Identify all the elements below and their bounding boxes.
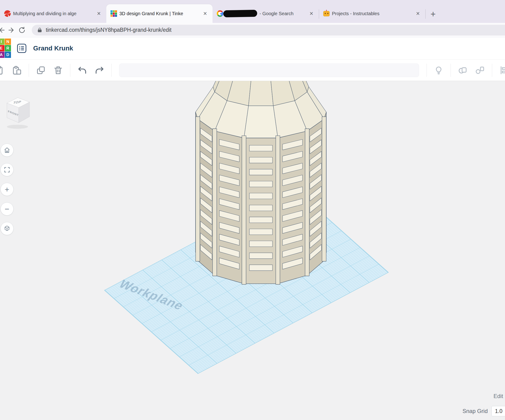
list-menu-icon xyxy=(17,44,27,53)
delete-icon[interactable] xyxy=(53,65,64,76)
tab-tinkercad-design[interactable]: 3D design Grand Krunk | Tinke × xyxy=(106,4,213,23)
tinkercad-logo-grid: T I N K E R C A D xyxy=(0,38,11,58)
toolbar-divider xyxy=(70,64,70,77)
logo-tile: R xyxy=(5,45,11,51)
perspective-cube-icon xyxy=(4,225,11,232)
edit-grid-button[interactable]: Edit xyxy=(493,393,503,400)
logo-tile: E xyxy=(0,45,4,51)
redo-icon[interactable] xyxy=(94,65,105,76)
view-controls: + − xyxy=(0,144,13,235)
redaction-bar xyxy=(223,10,257,18)
app-header: T I N K E R C A D Grand Krunk xyxy=(0,37,505,60)
new-tab-button[interactable]: + xyxy=(426,6,441,21)
copy-icon[interactable] xyxy=(0,65,5,76)
toolbar-divider xyxy=(451,64,451,77)
logo-tile: A xyxy=(0,52,4,58)
tinkercad-favicon-icon xyxy=(110,10,117,17)
close-icon[interactable]: × xyxy=(95,11,102,17)
logo-tile: D xyxy=(5,52,11,58)
snap-grid-select[interactable]: 1.0 xyxy=(492,406,505,416)
tinkercad-logo[interactable]: T I N K E R C A D xyxy=(0,38,12,59)
fit-view-icon xyxy=(4,166,11,173)
perspective-toggle-button[interactable] xyxy=(0,222,13,235)
browser-toolbar: tinkercad.com/things/jsNY8hpaBPH-grand-k… xyxy=(0,23,505,37)
back-icon[interactable] xyxy=(0,25,6,35)
tab-multiplying-dividing[interactable]: Multiplying and dividing in alge × xyxy=(0,4,106,23)
align-icon[interactable] xyxy=(499,65,505,76)
address-bar[interactable]: tinkercad.com/things/jsNY8hpaBPH-grand-k… xyxy=(32,25,505,36)
toolbar-divider xyxy=(29,64,29,77)
zoom-in-button[interactable]: + xyxy=(0,183,13,196)
logo-tile: I xyxy=(0,38,4,45)
instructables-favicon-icon xyxy=(323,11,330,16)
fit-view-button[interactable] xyxy=(0,163,13,176)
editor-toolbar xyxy=(0,60,505,81)
forward-icon[interactable] xyxy=(6,25,17,35)
scene-svg[interactable]: Workplane xyxy=(0,81,505,420)
group-icon[interactable] xyxy=(457,65,468,76)
3d-viewport[interactable]: Workplane TOP FRONT + − xyxy=(0,81,505,420)
undo-icon[interactable] xyxy=(77,65,88,76)
close-icon[interactable]: × xyxy=(308,11,315,17)
lock-icon xyxy=(37,27,43,33)
tab-title: - Google Search xyxy=(259,11,306,16)
home-view-button[interactable] xyxy=(0,144,13,157)
tab-title: 3D design Grand Krunk | Tinke xyxy=(119,11,200,16)
snap-grid-control: Snap Grid 1.0 xyxy=(462,406,505,416)
paste-icon[interactable] xyxy=(11,65,22,76)
google-favicon-icon xyxy=(217,10,223,17)
tips-lightbulb-icon[interactable] xyxy=(433,65,444,76)
viewcube-shadow xyxy=(7,125,28,129)
red-wheel-favicon-icon xyxy=(4,10,11,17)
zoom-out-button[interactable]: − xyxy=(0,202,13,215)
design-menu-button[interactable] xyxy=(16,43,28,54)
close-icon[interactable]: × xyxy=(415,11,421,17)
tab-title: Projects - Instructables xyxy=(332,11,412,16)
design-title[interactable]: Grand Krunk xyxy=(33,44,73,52)
tab-title: Multiplying and dividing in alge xyxy=(13,11,93,16)
tab-instructables[interactable]: Projects - Instructables × xyxy=(319,4,425,23)
model-grand-krunk-tower[interactable] xyxy=(196,81,326,284)
url-text: tinkercad.com/things/jsNY8hpaBPH-grand-k… xyxy=(46,27,171,33)
tab-strip: Multiplying and dividing in alge × 3D de… xyxy=(0,0,505,23)
browser-window: Multiplying and dividing in alge × 3D de… xyxy=(0,0,505,420)
toolbar-divider xyxy=(111,64,112,77)
toolbar-spacer xyxy=(119,63,419,77)
snap-grid-value: 1.0 xyxy=(495,408,502,414)
tab-google-search[interactable]: - Google Search × xyxy=(213,4,319,23)
reload-icon[interactable] xyxy=(17,25,27,35)
toolbar-divider xyxy=(427,64,427,77)
snap-grid-label: Snap Grid xyxy=(462,408,488,414)
ungroup-icon[interactable] xyxy=(474,65,486,76)
toolbar-divider xyxy=(492,64,492,77)
view-cube[interactable]: TOP FRONT xyxy=(2,94,35,130)
close-icon[interactable]: × xyxy=(202,11,208,17)
home-icon xyxy=(4,147,11,154)
logo-tile: N xyxy=(5,38,11,45)
duplicate-icon[interactable] xyxy=(35,65,46,76)
